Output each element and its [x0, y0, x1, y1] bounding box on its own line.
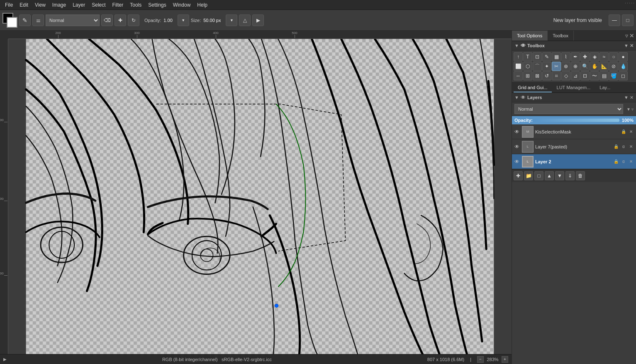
layer-lock-1[interactable]: 🔒	[613, 143, 619, 150]
menu-file[interactable]: File	[2, 1, 16, 9]
tool-ellipse-select[interactable]: ⬡	[523, 62, 532, 71]
tool-heal[interactable]: ✚	[580, 52, 590, 61]
menu-filter[interactable]: Filter	[109, 1, 127, 9]
layer-visibility-2[interactable]: 👁	[514, 158, 520, 165]
menu-select[interactable]: Select	[88, 1, 109, 9]
tool-color-picker[interactable]: 💧	[619, 62, 628, 71]
opacity-expand[interactable]: ▼	[178, 15, 189, 26]
menu-tools[interactable]: Tools	[127, 1, 145, 9]
dock-tab-lut[interactable]: LUT Managem...	[553, 83, 595, 92]
anchor-layer-btn[interactable]: ⇓	[565, 171, 575, 180]
tool-warp[interactable]: 〜	[590, 71, 599, 80]
window-maximize-btn[interactable]: □	[622, 15, 634, 26]
panel-dock-btn[interactable]: ▿	[625, 32, 628, 39]
menu-layer[interactable]: Layer	[69, 1, 88, 9]
panel-close-btn[interactable]: ✕	[629, 32, 634, 39]
layers-close-btn[interactable]: ✕	[630, 95, 634, 100]
layer-visibility-1[interactable]: 👁	[514, 143, 520, 150]
tool-move[interactable]: ↔	[514, 71, 523, 80]
tool-transform[interactable]: ⊡	[533, 52, 542, 61]
zoom-in-btn[interactable]: +	[502, 356, 508, 363]
flip-h-btn[interactable]: △	[239, 15, 251, 26]
tool-pan[interactable]: ✋	[590, 62, 599, 71]
tool-pencil[interactable]: ✎	[542, 52, 551, 61]
menu-view[interactable]: View	[32, 1, 49, 9]
toolbox-config-btn[interactable]: ▼	[624, 43, 629, 49]
tool-measure[interactable]: 📐	[599, 62, 609, 71]
tool-fill-pattern[interactable]: ▦	[552, 52, 561, 61]
tool-brush[interactable]: ⌇	[561, 52, 570, 61]
tool-bucket[interactable]: 🪣	[609, 71, 618, 80]
reset-btn[interactable]: ↻	[128, 15, 139, 26]
tool-shear[interactable]: ⌗	[552, 71, 561, 80]
dock-tab-layers-short[interactable]: Lay...	[595, 83, 614, 92]
layer-icons-0: 🔒 ✕	[620, 129, 634, 135]
layer-row-2[interactable]: 👁 L Layer 2 🔒 α ✕	[512, 154, 636, 169]
canvas-viewport[interactable]: .sel-dash { stroke: #000; stroke-width: …	[8, 39, 512, 356]
tool-rotate[interactable]: ↺	[542, 71, 551, 80]
layers-config-btn[interactable]: ▼	[624, 95, 629, 100]
size-expand[interactable]: ▼	[226, 15, 237, 26]
move-layer-down-btn[interactable]: ▼	[555, 171, 564, 180]
ruler-h-label-300: 300	[134, 31, 139, 35]
dock-tab-grid[interactable]: Grid and Gui...	[514, 83, 552, 92]
grid-options-btn[interactable]: ⚌	[32, 15, 44, 26]
layer-row-1[interactable]: 👁 L Layer 7(pasted) 🔒 α ✕	[512, 139, 636, 154]
layer-alpha-2[interactable]: α	[620, 158, 627, 165]
layer-lock-0[interactable]: 🔒	[620, 129, 627, 135]
move-layer-up-btn[interactable]: ▲	[545, 171, 554, 180]
background-color[interactable]	[7, 17, 17, 28]
layer-visibility-0[interactable]: 👁	[514, 129, 520, 135]
tool-flip[interactable]: ⊿	[571, 71, 580, 80]
tool-scissors[interactable]: ⊛	[561, 62, 570, 71]
menu-edit[interactable]: Edit	[16, 1, 32, 9]
tool-clone[interactable]: ◈	[590, 52, 599, 61]
tool-cage[interactable]: ⊡	[580, 71, 590, 80]
color-swatches[interactable]	[2, 13, 17, 28]
menu-window[interactable]: Window	[170, 1, 194, 9]
tool-calligraphy[interactable]: ✒	[571, 52, 580, 61]
tool-paths[interactable]: ⊘	[609, 62, 618, 71]
tool-fg-select[interactable]: ⊕	[571, 62, 580, 71]
layer-del-0[interactable]: ✕	[628, 129, 634, 135]
tool-free-select[interactable]: ⌒	[533, 62, 542, 71]
tab-tool-options[interactable]: Tool Options	[512, 31, 548, 41]
layers-mode-select[interactable]: Normal Multiply Screen	[514, 104, 623, 114]
tool-arrow[interactable]: ↑	[514, 52, 523, 61]
brush-icon-small[interactable]: ✎	[19, 15, 31, 26]
opacity-slider[interactable]	[535, 119, 619, 122]
flip-v-btn[interactable]: ▶	[252, 15, 264, 26]
tool-path-select[interactable]: ✂	[552, 62, 561, 71]
tool-align[interactable]: ⊞	[523, 71, 532, 80]
erase-btn[interactable]: ⌫	[101, 15, 113, 26]
menu-image[interactable]: Image	[49, 1, 69, 9]
tab-toolbox[interactable]: Toolbox	[548, 31, 574, 41]
layer-del-2[interactable]: ✕	[628, 158, 634, 165]
new-layer-btn[interactable]: ✚	[514, 171, 523, 180]
delete-layer-btn[interactable]: 🗑	[576, 171, 585, 180]
new-group-btn[interactable]: 📁	[524, 171, 533, 180]
layer-del-1[interactable]: ✕	[628, 143, 634, 150]
tool-dodge[interactable]: ○	[609, 52, 618, 61]
tool-perspective[interactable]: ◇	[561, 71, 570, 80]
zoom-out-btn[interactable]: −	[477, 356, 484, 363]
tool-smudge[interactable]: ≈	[599, 52, 609, 61]
tool-blend[interactable]: ▤	[599, 71, 609, 80]
tool-fuzzy-select[interactable]: ✦	[542, 62, 551, 71]
toolbox-close-btn[interactable]: ✕	[630, 43, 634, 49]
tool-text[interactable]: T	[523, 52, 532, 61]
tool-erase[interactable]: ◻	[619, 71, 628, 80]
layer-lock-2[interactable]: 🔒	[613, 158, 619, 165]
menu-help[interactable]: Help	[194, 1, 211, 9]
layer-row-0[interactable]: 👁 M KisSelectionMask 🔒 ✕	[512, 124, 636, 139]
window-minimize-btn[interactable]: —	[609, 15, 620, 26]
tool-scale[interactable]: ⊠	[533, 71, 542, 80]
blend-mode-select[interactable]: Normal Multiply Screen Overlay	[46, 15, 100, 26]
duplicate-layer-btn[interactable]: □	[534, 171, 543, 180]
tool-rect-select[interactable]: ⬜	[514, 62, 523, 71]
tool-zoom[interactable]: 🔍	[580, 62, 590, 71]
lock-btn[interactable]: ✚	[115, 15, 126, 26]
layer-alpha-1[interactable]: α	[620, 143, 627, 150]
tool-burn[interactable]: ●	[619, 52, 628, 61]
menu-settings[interactable]: Settings	[145, 1, 169, 9]
